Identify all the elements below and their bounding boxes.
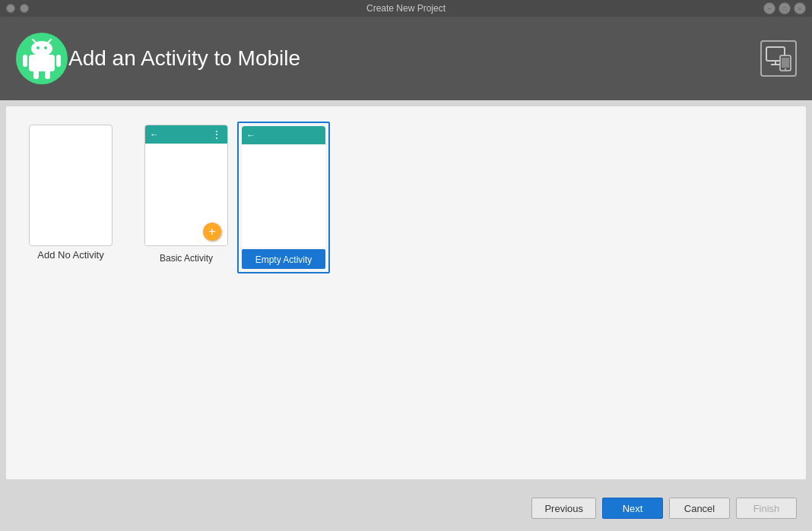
svg-point-16 [785,68,786,70]
basic-activity-content: + [145,144,227,246]
title-dot-1 [6,4,15,13]
basic-activity-label-wrapper: Basic Activity [144,248,228,267]
back-arrow-icon: ← [150,129,159,140]
finish-button[interactable]: Finish [736,498,797,519]
empty-activity-topbar: ← [242,126,325,144]
previous-button[interactable]: Previous [531,498,596,519]
title-bar-left [6,4,29,13]
fab-button: + [203,223,221,241]
maximize-button[interactable]: □ [779,2,791,14]
minimize-button[interactable]: − [763,2,776,14]
svg-rect-8 [56,55,61,67]
android-logo [15,32,68,85]
svg-rect-7 [23,55,27,67]
svg-rect-9 [33,70,39,79]
empty-activity-label-wrapper: Empty Activity [242,249,325,269]
svg-point-2 [31,41,52,56]
empty-activity-label: Empty Activity [255,254,312,265]
window-controls: − □ × [763,2,806,14]
close-button[interactable]: × [794,2,806,14]
empty-activity-preview: ← [242,126,325,248]
next-button[interactable]: Next [602,498,663,519]
no-activity-option[interactable]: Add No Activity [21,122,120,264]
svg-rect-10 [45,70,50,79]
title-dot-2 [20,4,29,13]
basic-activity-label: Basic Activity [160,253,213,264]
title-bar: Create New Project − □ × [0,0,812,17]
empty-activity-content [242,144,325,248]
svg-point-4 [44,46,47,49]
header: Add an Activity to Mobile [0,17,812,100]
mobile-monitor-icon [760,40,797,77]
no-activity-label: Add No Activity [37,249,103,261]
svg-rect-15 [782,58,789,68]
basic-activity-preview: ← ⋮ + [144,125,228,246]
svg-rect-1 [29,55,55,71]
cancel-button[interactable]: Cancel [669,498,730,519]
basic-activity-option[interactable]: ← ⋮ + Basic Activity [141,122,231,270]
page-title: Add an Activity to Mobile [68,46,300,71]
basic-activity-topbar: ← ⋮ [145,125,227,144]
main-content: Add No Activity ← ⋮ + Basic Activity ← [6,106,806,479]
bottom-bar: Previous Next Cancel Finish [0,485,812,531]
activity-grid: Add No Activity ← ⋮ + Basic Activity ← [21,122,791,273]
menu-dots-icon: ⋮ [211,128,223,141]
back-arrow-icon-2: ← [246,130,255,141]
svg-point-3 [36,46,40,49]
window-title: Create New Project [366,3,446,14]
empty-activity-option[interactable]: ← Empty Activity [237,122,330,273]
